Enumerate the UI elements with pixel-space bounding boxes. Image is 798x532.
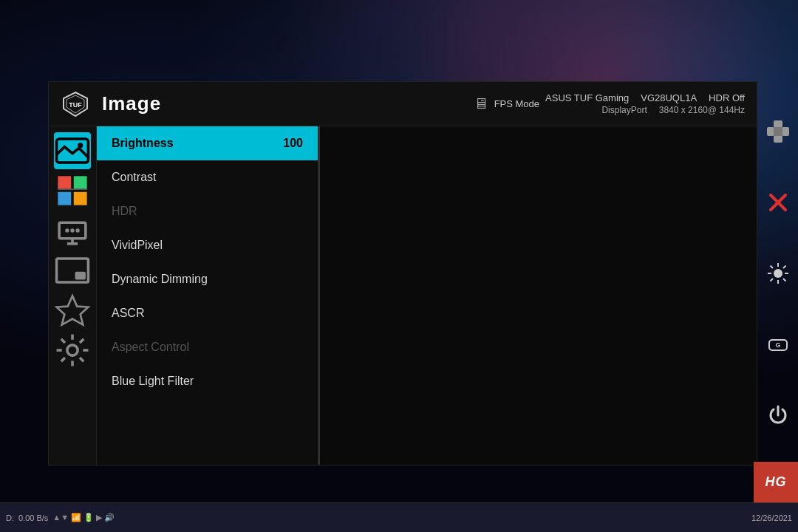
close-button[interactable] [763,187,794,218]
hg-badge: HG [754,462,798,502]
header-left: TUF Image [61,89,161,119]
svg-rect-8 [74,192,87,205]
menu-item-aspect-control: Aspect Control [97,330,318,364]
dpad-button[interactable] [763,116,794,147]
monitor-ui: TUF Image 🖥 FPS Mode ASUS TUF Gaming VG2… [48,81,757,466]
dynamic-dimming-label: Dynamic Dimming [112,273,208,286]
monitor-icon: 🖥 [474,95,488,112]
asus-logo: TUF [61,89,90,119]
taskbar-icons: ▲▼ 📶 🔋 ▶ 🔊 [52,513,115,522]
svg-rect-22 [774,127,782,136]
fps-mode-label: FPS Mode [494,98,539,109]
network-speed: 0.00 B/s [18,514,48,522]
drive-label: D: [6,514,14,522]
page-title: Image [102,92,161,115]
sidebar-item-favorites[interactable] [54,292,91,329]
hdr-status: HDR Off [709,92,745,103]
svg-text:TUF: TUF [69,101,82,109]
menu-item-vividpixel[interactable]: VividPixel [97,228,318,262]
svg-point-11 [65,228,69,232]
sidebar [49,126,97,465]
monitor-details-bottom: DisplayPort 3840 x 2160@ 144Hz [601,105,745,115]
header-info: 🖥 FPS Mode ASUS TUF Gaming VG28UQL1A HDR… [474,92,745,115]
svg-rect-5 [58,176,71,189]
ascr-label: ASCR [112,307,144,320]
monitor-model: VG28UQL1A [641,92,697,103]
brightness-label: Brightness [112,137,174,150]
svg-rect-21 [782,127,789,136]
sidebar-item-color[interactable] [54,172,91,209]
svg-rect-15 [75,272,86,280]
sidebar-item-image[interactable] [54,132,91,169]
menu-panel: Brightness 100 Contrast HDR VividPixel D… [97,126,318,465]
menu-item-blue-light[interactable]: Blue Light Filter [97,364,318,398]
svg-rect-19 [774,135,782,143]
sidebar-item-settings[interactable] [54,332,91,369]
menu-item-hdr: HDR [97,194,318,228]
taskbar: D: 0.00 B/s ▲▼ 📶 🔋 ▶ 🔊 12/26/2021 [0,502,798,532]
svg-rect-18 [774,120,782,128]
menu-item-brightness[interactable]: Brightness 100 [97,126,318,160]
svg-line-33 [770,279,773,282]
svg-line-32 [783,266,786,269]
vividpixel-label: VividPixel [112,239,163,252]
monitor-details-top: ASUS TUF Gaming VG28UQL1A HDR Off [545,92,745,103]
taskbar-left: D: 0.00 B/s ▲▼ 📶 🔋 ▶ 🔊 [6,513,746,522]
display-info: ASUS TUF Gaming VG28UQL1A HDR Off Displa… [545,92,745,115]
hg-badge-text: HG [765,474,787,490]
blue-light-label: Blue Light Filter [112,375,194,388]
contrast-label: Contrast [112,171,156,184]
sidebar-item-input[interactable] [54,212,91,249]
svg-rect-20 [767,127,774,136]
sidebar-item-pip[interactable] [54,252,91,289]
fps-mode-indicator: FPS Mode [494,98,539,109]
svg-rect-7 [58,192,71,205]
svg-point-12 [70,228,74,232]
svg-line-30 [770,266,773,269]
gameplus-button[interactable]: G [763,329,794,360]
header: TUF Image 🖥 FPS Mode ASUS TUF Gaming VG2… [49,82,757,126]
brightness-button[interactable] [763,258,794,289]
content-area [320,126,757,465]
svg-point-4 [78,143,83,148]
svg-rect-6 [74,176,87,189]
hdr-label: HDR [112,205,137,218]
svg-marker-16 [57,296,89,324]
taskbar-right: 12/26/2021 [751,514,792,522]
menu-item-ascr[interactable]: ASCR [97,296,318,330]
brightness-value: 100 [283,137,303,150]
svg-text:G: G [775,341,780,349]
menu-item-dynamic-dimming[interactable]: Dynamic Dimming [97,262,318,296]
connection-type: DisplayPort [601,105,647,115]
svg-point-25 [774,269,782,278]
taskbar-date: 12/26/2021 [751,514,792,522]
monitor-name: ASUS TUF Gaming [545,92,629,103]
svg-line-31 [783,279,786,282]
right-controls: G [757,81,798,466]
power-button[interactable] [763,400,794,431]
aspect-control-label: Aspect Control [112,341,189,354]
main-content: Brightness 100 Contrast HDR VividPixel D… [49,126,757,465]
svg-point-17 [67,345,78,355]
menu-item-contrast[interactable]: Contrast [97,160,318,194]
resolution: 3840 x 2160@ 144Hz [659,105,745,115]
svg-point-13 [75,228,79,232]
